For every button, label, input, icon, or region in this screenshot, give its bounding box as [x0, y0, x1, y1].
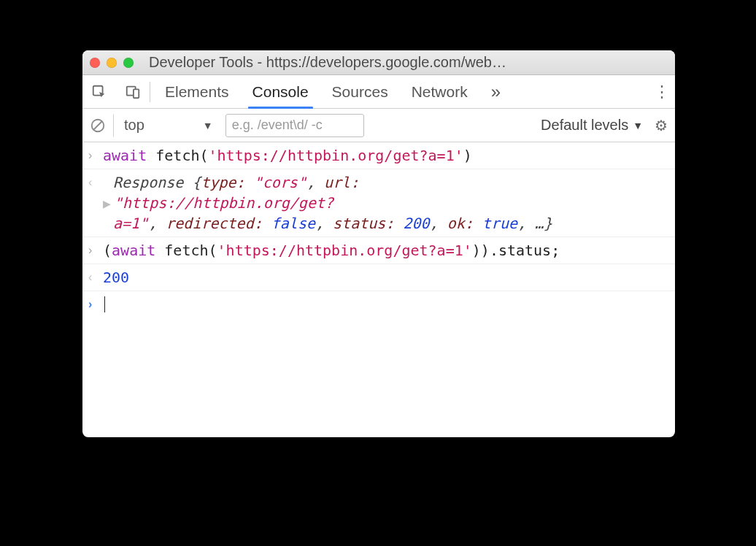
func: fetch: [155, 147, 199, 164]
text: [155, 242, 164, 259]
svg-rect-2: [134, 89, 139, 98]
tab-elements[interactable]: Elements: [153, 75, 241, 108]
context-label: top: [124, 117, 144, 134]
console-settings-button[interactable]: ⚙: [655, 117, 668, 134]
val: "cors": [254, 174, 306, 191]
tab-label: Network: [412, 83, 468, 101]
string: 'https://httpbin.org/get?a=1': [209, 147, 463, 164]
tab-console[interactable]: Console: [241, 75, 320, 108]
tab-label: Console: [252, 83, 309, 101]
punct: , …}: [517, 215, 552, 232]
minimize-window-button[interactable]: [107, 58, 117, 68]
more-tabs-button[interactable]: »: [479, 82, 512, 102]
keyword: await: [103, 147, 147, 164]
console-result-row: ‹ Response {type: "cors", url: ▶"https:/…: [82, 169, 675, 237]
punct: ,: [315, 215, 333, 232]
return-icon: ‹: [88, 172, 103, 191]
prop: status:: [333, 215, 403, 232]
svg-line-4: [94, 121, 102, 129]
filter-input[interactable]: e.g. /event\d/ -c: [225, 114, 364, 137]
prompt-icon: ›: [88, 294, 103, 312]
console-input-row: › (await fetch('https://httpbin.org/get?…: [82, 237, 675, 264]
func: fetch: [164, 242, 208, 259]
object-class: Response: [113, 174, 192, 191]
punct: {: [192, 174, 201, 191]
vertical-dots-icon: ⋮: [654, 82, 670, 101]
punct: )): [472, 242, 490, 259]
punct: (: [209, 242, 217, 259]
punct: ): [463, 147, 472, 164]
string: 'https://httpbin.org/get?a=1': [217, 242, 472, 259]
tab-sources[interactable]: Sources: [320, 75, 400, 108]
tab-network[interactable]: Network: [400, 75, 479, 108]
window-controls: [90, 58, 134, 68]
console-input-row: › await fetch('https://httpbin.org/get?a…: [82, 142, 675, 169]
val: true: [482, 215, 517, 232]
number: 200: [103, 269, 129, 286]
devtools-window: Developer Tools - https://developers.goo…: [82, 50, 675, 437]
keyword: await: [112, 242, 155, 259]
prop: type:: [201, 174, 253, 191]
console-code: (await fetch('https://httpbin.org/get?a=…: [103, 240, 668, 261]
console-value: 200: [103, 267, 668, 288]
prop: redirected:: [166, 215, 271, 232]
prompt-icon: ›: [88, 240, 103, 258]
console-result-row: ‹ 200: [82, 264, 675, 291]
prompt-icon: ›: [88, 145, 103, 164]
console-object[interactable]: Response {type: "cors", url: ▶"https://h…: [103, 172, 668, 234]
text-cursor: [104, 296, 105, 312]
inspect-element-icon[interactable]: [82, 84, 116, 100]
clear-console-button[interactable]: [90, 118, 106, 134]
zoom-window-button[interactable]: [123, 58, 134, 68]
window-titlebar: Developer Tools - https://developers.goo…: [82, 50, 675, 75]
punct: .status;: [490, 242, 560, 259]
tab-label: Sources: [332, 83, 388, 101]
gear-icon: ⚙: [655, 118, 668, 134]
divider: [150, 82, 150, 102]
settings-menu-button[interactable]: ⋮: [649, 82, 675, 101]
close-window-button[interactable]: [90, 58, 100, 68]
val: false: [271, 215, 315, 232]
console-prompt-row[interactable]: ›: [82, 291, 675, 318]
window-title: Developer Tools - https://developers.goo…: [149, 54, 668, 71]
chevron-down-icon: ▼: [633, 120, 643, 131]
console-code: await fetch('https://httpbin.org/get?a=1…: [103, 145, 668, 166]
text: [147, 147, 155, 164]
punct: ,: [148, 215, 166, 232]
tab-label: Elements: [165, 83, 229, 101]
levels-label: Default levels: [541, 117, 628, 134]
console-toolbar: top ▼ e.g. /event\d/ -c Default levels ▼…: [82, 109, 675, 142]
log-levels-selector[interactable]: Default levels ▼: [541, 117, 643, 134]
console-output[interactable]: › await fetch('https://httpbin.org/get?a…: [82, 142, 675, 437]
prop: url:: [324, 174, 368, 191]
chevron-right-icon: »: [491, 82, 501, 101]
expand-icon[interactable]: ▶: [103, 197, 111, 212]
punct: (: [103, 242, 112, 259]
punct: ,: [430, 215, 447, 232]
console-input[interactable]: [103, 294, 668, 315]
val: 200: [403, 215, 429, 232]
prop: ok:: [447, 215, 482, 232]
filter-placeholder: e.g. /event\d/ -c: [232, 118, 323, 133]
chevron-down-icon: ▼: [203, 120, 213, 131]
return-icon: ‹: [88, 267, 103, 285]
punct: (: [199, 147, 208, 164]
execution-context-selector[interactable]: top ▼: [113, 114, 218, 137]
val: a=1": [113, 215, 148, 232]
device-toolbar-icon[interactable]: [116, 84, 150, 100]
punct: ,: [306, 174, 324, 191]
val: "https://httpbin.org/get?: [114, 194, 333, 212]
devtools-tabbar: Elements Console Sources Network » ⋮: [82, 75, 675, 109]
